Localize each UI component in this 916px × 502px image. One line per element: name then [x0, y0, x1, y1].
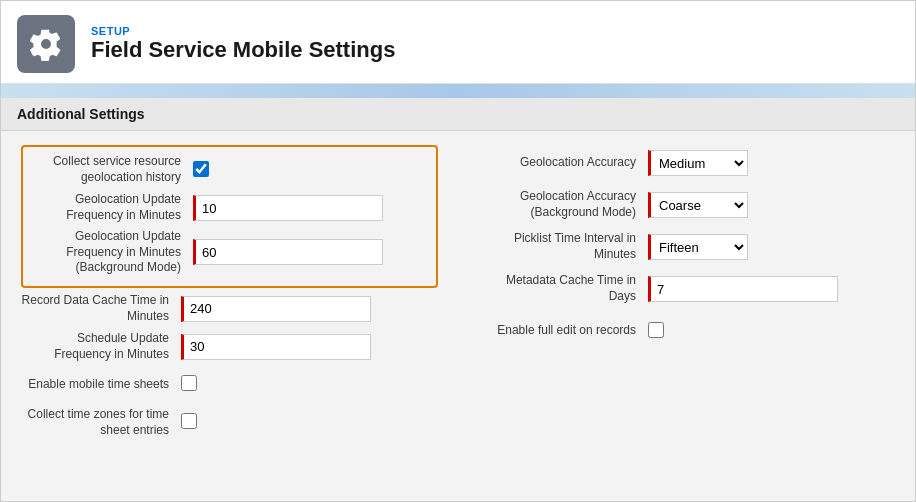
mobile-timesheets-label: Enable mobile time sheets [21, 377, 181, 393]
schedule-update-label: Schedule Update Frequency in Minutes [21, 331, 181, 362]
schedule-update-input[interactable] [181, 334, 371, 360]
full-edit-label: Enable full edit on records [478, 323, 648, 339]
geo-freq-control [193, 195, 426, 221]
main-content: Additional Settings Collect service reso… [1, 98, 915, 501]
geo-accuracy-select[interactable]: Low Medium High [648, 150, 748, 176]
full-edit-row: Enable full edit on records [478, 313, 895, 349]
header-icon-box [17, 15, 75, 73]
geo-bg-accuracy-label: Geolocation Accuracy (Background Mode) [478, 189, 648, 220]
geo-bg-freq-control [193, 239, 426, 265]
collect-geolocation-row: Collect service resource geolocation his… [33, 153, 426, 187]
timezones-control [181, 413, 438, 432]
metadata-cache-control [648, 276, 895, 302]
timezones-checkbox[interactable] [181, 413, 197, 429]
metadata-cache-row: Metadata Cache Time in Days [478, 271, 895, 307]
gear-icon [29, 27, 63, 61]
mobile-timesheets-control [181, 375, 438, 394]
picklist-interval-row: Picklist Time Interval in Minutes Five T… [478, 229, 895, 265]
section-title: Additional Settings [17, 106, 145, 122]
collect-geolocation-checkbox[interactable] [193, 161, 209, 177]
geo-bg-accuracy-control: Coarse Fine Medium [648, 192, 895, 218]
picklist-interval-select[interactable]: Five Ten Fifteen Thirty [648, 234, 748, 260]
schedule-update-control [181, 334, 438, 360]
mobile-timesheets-checkbox[interactable] [181, 375, 197, 391]
record-cache-row: Record Data Cache Time in Minutes [21, 292, 438, 326]
section-header: Additional Settings [1, 98, 915, 131]
full-edit-control [648, 322, 895, 341]
picklist-interval-control: Five Ten Fifteen Thirty [648, 234, 895, 260]
highlight-box: Collect service resource geolocation his… [21, 145, 438, 288]
record-cache-label: Record Data Cache Time in Minutes [21, 293, 181, 324]
timezones-row: Collect time zones for time sheet entrie… [21, 406, 438, 440]
metadata-cache-input[interactable] [648, 276, 838, 302]
record-cache-control [181, 296, 438, 322]
record-cache-input[interactable] [181, 296, 371, 322]
geo-bg-accuracy-row: Geolocation Accuracy (Background Mode) C… [478, 187, 895, 223]
geo-bg-freq-input[interactable] [193, 239, 383, 265]
settings-body: Collect service resource geolocation his… [1, 131, 915, 458]
geo-accuracy-label: Geolocation Accuracy [478, 155, 648, 171]
page-title: Field Service Mobile Settings [91, 37, 395, 63]
collect-geolocation-label: Collect service resource geolocation his… [33, 154, 193, 185]
schedule-update-row: Schedule Update Frequency in Minutes [21, 330, 438, 364]
geo-bg-accuracy-select[interactable]: Coarse Fine Medium [648, 192, 748, 218]
geo-accuracy-control: Low Medium High [648, 150, 895, 176]
geo-accuracy-row: Geolocation Accuracy Low Medium High [478, 145, 895, 181]
collect-geolocation-control [193, 161, 426, 180]
geo-freq-row: Geolocation Update Frequency in Minutes [33, 191, 426, 225]
timezones-label: Collect time zones for time sheet entrie… [21, 407, 181, 438]
left-col: Collect service resource geolocation his… [21, 145, 438, 444]
header-text: SETUP Field Service Mobile Settings [91, 25, 395, 63]
geo-bg-freq-row: Geolocation Update Frequency in Minutes … [33, 229, 426, 276]
deco-band [1, 84, 915, 98]
page-wrapper: SETUP Field Service Mobile Settings Addi… [0, 0, 916, 502]
setup-label: SETUP [91, 25, 395, 37]
header: SETUP Field Service Mobile Settings [1, 1, 915, 84]
metadata-cache-label: Metadata Cache Time in Days [478, 273, 648, 304]
right-col: Geolocation Accuracy Low Medium High Geo… [478, 145, 895, 444]
geo-freq-input[interactable] [193, 195, 383, 221]
full-edit-checkbox[interactable] [648, 322, 664, 338]
mobile-timesheets-row: Enable mobile time sheets [21, 368, 438, 402]
picklist-interval-label: Picklist Time Interval in Minutes [478, 231, 648, 262]
geo-bg-freq-label: Geolocation Update Frequency in Minutes … [33, 229, 193, 276]
geo-freq-label: Geolocation Update Frequency in Minutes [33, 192, 193, 223]
